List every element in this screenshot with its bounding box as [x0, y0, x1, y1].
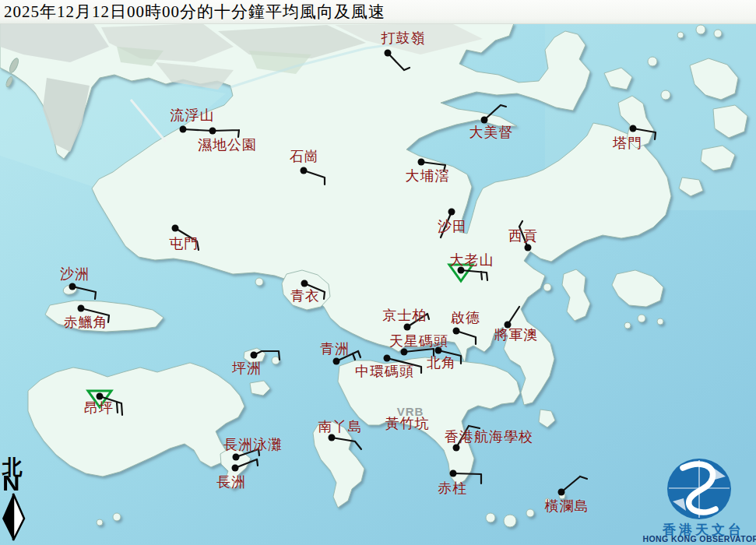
ma-wan-island: [255, 278, 263, 286]
station-dot: [180, 126, 187, 133]
port-island: [661, 90, 670, 100]
station-label: 啟德: [451, 308, 480, 327]
station-label: 流浮山: [171, 106, 215, 125]
station-label: 赤鱲角: [64, 313, 108, 332]
station-label: 香港航海學校: [445, 427, 533, 446]
hko-logo: 香港天文台 HONG KONG OBSERVATORY: [651, 455, 756, 545]
station-dot: [78, 305, 85, 312]
station-dot: [251, 352, 258, 359]
station-label: 大美督: [469, 123, 514, 142]
station-label: 石崗: [290, 147, 319, 166]
station-dot: [232, 465, 239, 472]
station-dot: [385, 50, 392, 57]
station-label: 長洲泳灘: [223, 435, 283, 454]
station-dot: [172, 225, 179, 232]
station-label: 大老山: [450, 251, 494, 269]
islet: [657, 318, 663, 325]
station-label: 長洲: [216, 473, 246, 491]
title-bar: 2025年12月12日00時00分的十分鐘平均風向及風速: [0, 0, 756, 24]
station-label: 沙洲: [60, 265, 90, 283]
station-label: 西貢: [508, 227, 538, 245]
po-toi-island: [486, 513, 495, 522]
station-label: 橫瀾島: [545, 497, 589, 515]
ne-island: [714, 30, 722, 37]
station-label: 打鼓嶺: [382, 29, 426, 47]
station-label: 青洲: [320, 339, 350, 358]
islet: [624, 322, 631, 329]
station-label: 北角: [427, 353, 456, 372]
station-label: 濕地公園: [198, 135, 257, 154]
station-dot: [384, 355, 391, 362]
station-dot: [448, 209, 455, 216]
ne-island: [696, 25, 705, 34]
station-label: 大埔滘: [406, 167, 450, 185]
station-label: 坪洲: [232, 359, 262, 378]
station-label: 天星碼頭: [389, 332, 448, 350]
ne-island: [648, 57, 657, 66]
station-dot: [301, 167, 308, 174]
station-label: 京士柏: [383, 306, 427, 325]
islet: [526, 509, 534, 517]
hko-logo-english-name: HONG KONG OBSERVATORY: [643, 534, 756, 543]
sharp-island: [543, 283, 551, 291]
station-dot: [333, 358, 340, 365]
map-title: 2025年12月12日00時00分的十分鐘平均風向及風速: [4, 1, 385, 23]
station-dot: [453, 328, 460, 335]
station-dot: [233, 454, 240, 461]
station-dot: [450, 470, 457, 477]
station-label: 屯門: [169, 234, 199, 253]
wind-map-screenshot: 2025年12月12日00時00分的十分鐘平均風向及風速 北 N 香港天文台 H…: [0, 0, 756, 545]
station-label: 青衣: [290, 287, 320, 305]
station-dot: [69, 283, 76, 290]
islet: [638, 315, 645, 322]
station-label: 南丫島: [318, 417, 363, 436]
station-dot: [630, 125, 637, 132]
station-dot: [558, 489, 565, 496]
station-dot: [418, 159, 425, 166]
station-label: 塔門: [613, 134, 642, 153]
station-label: 昂坪: [84, 399, 114, 417]
kau-yi-chau-island: [272, 357, 280, 364]
hong-kong-map: [0, 0, 756, 545]
ne-island: [677, 32, 684, 38]
station-label: 赤柱: [438, 479, 467, 498]
soko-island: [97, 519, 103, 526]
north-letter-label: N: [2, 472, 19, 496]
po-toi-island: [504, 515, 516, 527]
station-label: 中環碼頭: [355, 362, 414, 381]
station-label: 將軍澳: [494, 325, 539, 344]
soko-island: [113, 513, 121, 521]
station-dot: [209, 128, 216, 135]
station-label: 黃竹坑: [385, 414, 430, 433]
station-label: 沙田: [438, 217, 467, 236]
